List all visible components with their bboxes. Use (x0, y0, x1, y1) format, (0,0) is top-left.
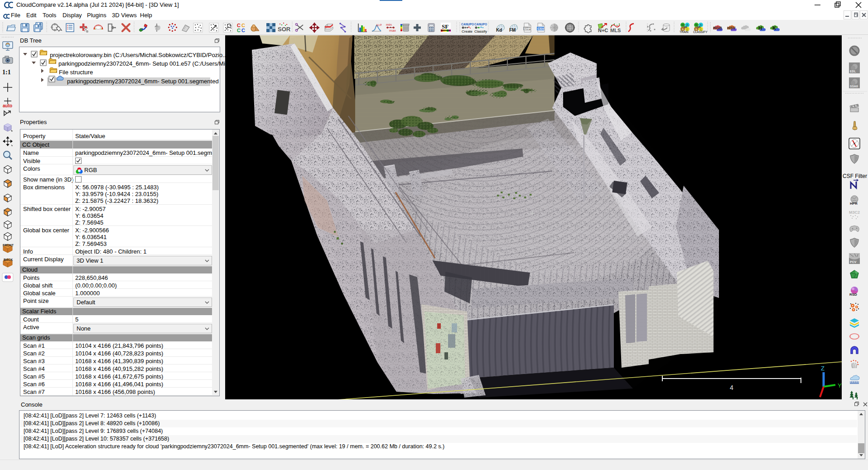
svg-text:C: C (237, 28, 241, 33)
svg-text:TRAIN: TRAIN (680, 30, 689, 34)
svg-text:3D: 3D (684, 26, 687, 29)
svg-text:min: min (386, 23, 392, 27)
svg-text:Classify: Classify (474, 29, 487, 34)
svg-text:CSF Filter: CSF Filter (843, 173, 867, 179)
svg-text:C: C (241, 28, 245, 33)
svg-text:K: K (772, 25, 776, 31)
svg-text:3D: 3D (697, 26, 701, 29)
svg-text:X: X (819, 398, 823, 399)
svg-text:PCV: PCV (850, 260, 857, 264)
svg-text:MLS: MLS (610, 28, 621, 33)
svg-text:SHP: SHP (524, 27, 531, 30)
svg-text:EDL: EDL (850, 70, 856, 73)
svg-text:CLASSIFY: CLASSIFY (693, 30, 708, 34)
svg-text:CSV: CSV (538, 27, 545, 30)
svg-text:Z: Z (821, 365, 825, 372)
svg-text:FM: FM (509, 28, 516, 33)
svg-text:4: 4 (730, 384, 733, 391)
svg-text:max: max (389, 29, 396, 33)
svg-text:SSA0: SSA0 (850, 85, 858, 88)
svg-text:FRONT: FRONT (3, 244, 14, 247)
svg-text:1:1: 1:1 (2, 69, 11, 76)
svg-text:SF: SF (442, 23, 448, 30)
svg-text:BACK: BACK (4, 258, 13, 261)
svg-text:RSD: RSD (849, 293, 857, 297)
svg-text:RGB: RGB (713, 26, 723, 30)
svg-text:Create: Create (462, 29, 473, 34)
svg-text:Y: Y (838, 382, 842, 389)
svg-text:μ,σ: μ,σ (376, 23, 382, 27)
svg-text:H: H (758, 25, 762, 31)
svg-text:M3C2: M3C2 (849, 210, 860, 215)
svg-text:auto: auto (3, 103, 12, 108)
svg-text:HSV: HSV (727, 26, 736, 30)
svg-text:CANUPO: CANUPO (461, 23, 474, 26)
svg-text:HPR: HPR (850, 201, 858, 206)
svg-text:CANUPO: CANUPO (474, 23, 487, 26)
svg-text:Kd: Kd (496, 28, 502, 33)
svg-text:SOR: SOR (278, 26, 291, 33)
svg-text:N+C: N+C (598, 28, 608, 33)
